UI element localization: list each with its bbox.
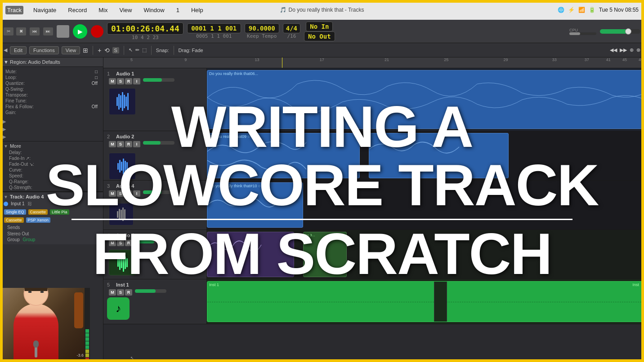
timeline-ruler: 5 9 13 17 21 25 29 33 37 41 45 49 xyxy=(103,57,644,68)
track-5-region-1[interactable]: Inst 1 Inst xyxy=(207,281,644,322)
master-volume-knob[interactable] xyxy=(625,28,631,35)
track-2-thumb xyxy=(109,153,136,180)
track-row-4: 4 Audio 4 M S R xyxy=(103,230,644,279)
expand-arrow-audio4[interactable]: ▼ xyxy=(4,194,8,199)
expand-arrow-more[interactable]: ▼ xyxy=(4,144,8,149)
track-3-input[interactable]: I xyxy=(133,190,140,197)
transport-bars-sub: 0005 1 1 001 xyxy=(196,33,232,39)
track-2-mute[interactable]: M xyxy=(109,141,116,147)
param-quantize: Quantize: Off xyxy=(0,80,103,86)
track-3-record[interactable]: R xyxy=(125,190,132,197)
play-btn[interactable]: ▶ xyxy=(73,24,87,39)
menu-record[interactable]: Record xyxy=(66,6,89,14)
toolbar2-add-btn[interactable]: + xyxy=(98,47,101,54)
cpu-bar-fill xyxy=(569,32,580,35)
track-4-region-1[interactable] xyxy=(207,232,294,277)
window-title-text: Do you really think that - Tracks xyxy=(288,7,364,13)
track-2-region-2[interactable] xyxy=(369,133,509,178)
track-5-content[interactable]: Inst 1 Inst xyxy=(207,279,644,324)
fast-forward-btn[interactable]: ⏭ xyxy=(43,27,53,35)
track-3-mute[interactable]: M xyxy=(109,190,116,197)
stop-btn[interactable] xyxy=(57,25,69,38)
track-1-region-1[interactable]: Do you really think that06... xyxy=(207,70,644,129)
toolbar2-loop-btn[interactable]: ⟲ xyxy=(104,47,110,54)
track-3-volume[interactable] xyxy=(143,190,174,194)
track-5-volume[interactable] xyxy=(135,289,166,293)
track-1-solo[interactable]: S xyxy=(117,78,124,84)
plugin-psp[interactable]: PSP Xenon xyxy=(26,217,50,223)
record-btn[interactable] xyxy=(91,25,103,38)
track-4-region-2[interactable]: Do 3... xyxy=(303,232,347,277)
track-4-solo[interactable]: S xyxy=(117,240,124,246)
rewind-btn[interactable]: ⏮ xyxy=(30,27,40,35)
param-transpose: Transpose: xyxy=(0,92,103,98)
track-2-record[interactable]: R xyxy=(125,141,132,147)
edit-btn[interactable]: Edit xyxy=(10,46,27,54)
edit-mode-btn[interactable]: ✂ xyxy=(4,27,13,35)
functions-btn[interactable]: Functions xyxy=(29,46,59,54)
plugin-singleeq[interactable]: Single EQ xyxy=(4,209,26,215)
toolbar2-right-icon1[interactable]: ◀◀ xyxy=(610,47,617,53)
menu-mix[interactable]: Mix xyxy=(97,6,109,14)
expand-arrow-region[interactable]: ▼ xyxy=(4,59,9,65)
instrument xyxy=(74,292,83,328)
toolbar2-icon-grid[interactable]: ⊞ xyxy=(83,47,88,54)
plugin-cassette2[interactable]: Cassette xyxy=(4,217,24,223)
tb5 xyxy=(124,95,125,108)
track-2-region-1[interactable]: Do you reall... that09 ○ xyxy=(207,133,360,178)
track-2-solo[interactable]: S xyxy=(117,141,124,147)
menu-1[interactable]: 1 xyxy=(174,6,181,14)
track-5-mute[interactable]: M xyxy=(109,289,116,296)
view-btn[interactable]: View xyxy=(62,46,80,54)
track-2-input[interactable]: I xyxy=(133,141,140,147)
expand-row-1[interactable]: ▶ xyxy=(2,118,101,125)
glue-btn[interactable]: ✖ xyxy=(16,27,26,35)
track-5-solo[interactable]: S xyxy=(117,289,124,296)
expand-row-3[interactable]: ▶ xyxy=(2,133,101,140)
expand-arrow-3[interactable]: ▶ xyxy=(3,134,6,139)
track-4-volume[interactable] xyxy=(135,240,166,243)
plugin-cassette[interactable]: Cassette xyxy=(28,209,48,215)
track-1-volume[interactable] xyxy=(143,78,174,82)
track-1-thumb xyxy=(109,88,136,115)
expand-arrow-2[interactable]: ▶ xyxy=(3,127,6,132)
toolbar2-pencil[interactable]: ✏ xyxy=(135,47,139,53)
menu-help[interactable]: Help xyxy=(189,6,205,14)
master-volume-slider[interactable] xyxy=(600,29,640,34)
track-1-record[interactable]: R xyxy=(125,78,132,84)
track-4-mute[interactable]: M xyxy=(109,240,116,246)
track-1-content[interactable]: Do you really think that06... xyxy=(207,68,644,131)
param-fadein: Fade-In ↗: xyxy=(4,155,99,161)
menu-navigate[interactable]: Navigate xyxy=(31,6,58,14)
track-2-volume[interactable] xyxy=(143,141,174,145)
track-1-mute[interactable]: M xyxy=(109,78,116,84)
region-gap xyxy=(434,282,447,322)
toolbar2-pointer[interactable]: ↖ xyxy=(129,47,133,53)
menu-track[interactable]: Track xyxy=(5,6,23,14)
track-2-content[interactable]: Do you reall... that09 ○ xyxy=(207,131,644,180)
track-5-record[interactable]: R xyxy=(125,289,132,296)
toolbar2-s-btn[interactable]: S xyxy=(112,47,119,53)
more-header[interactable]: ▼ More xyxy=(4,142,99,150)
menu-view[interactable]: View xyxy=(117,6,134,14)
toolbar2-select[interactable]: ⬚ xyxy=(142,47,147,53)
track-1-input[interactable]: I xyxy=(133,78,140,84)
track-3-content[interactable]: Do you really think that#10 ○ xyxy=(207,181,644,230)
vu-bar-green3 xyxy=(85,337,89,341)
expand-arrow-1[interactable]: ▶ xyxy=(3,119,6,124)
toolbar2-right-icon4[interactable]: ⊗ xyxy=(636,47,640,53)
expand-row-2[interactable]: ▶ xyxy=(2,126,101,132)
plugin-littlepia[interactable]: Little Pia xyxy=(50,209,69,215)
track-3-thumb xyxy=(109,203,134,225)
transport-input-display: No In xyxy=(306,22,333,31)
track-4-record[interactable]: R xyxy=(125,240,132,246)
track-1-controls: 1 Audio 1 M S R I xyxy=(103,68,207,131)
toolbar2-right-icon2[interactable]: ▶▶ xyxy=(620,47,627,53)
toolbar2-left-arrow[interactable]: ◀ xyxy=(4,47,7,53)
track-3-region-1[interactable]: Do you really think that#10 ○ xyxy=(207,182,303,228)
menu-window[interactable]: Window xyxy=(142,6,166,14)
track-3-solo[interactable]: S xyxy=(117,190,124,197)
track-4-content[interactable]: Do 3... xyxy=(207,230,644,279)
region-header: ▼ Region: Audio Defaults xyxy=(0,57,103,67)
toolbar2-right-icon3[interactable]: ⊕ xyxy=(630,47,634,53)
